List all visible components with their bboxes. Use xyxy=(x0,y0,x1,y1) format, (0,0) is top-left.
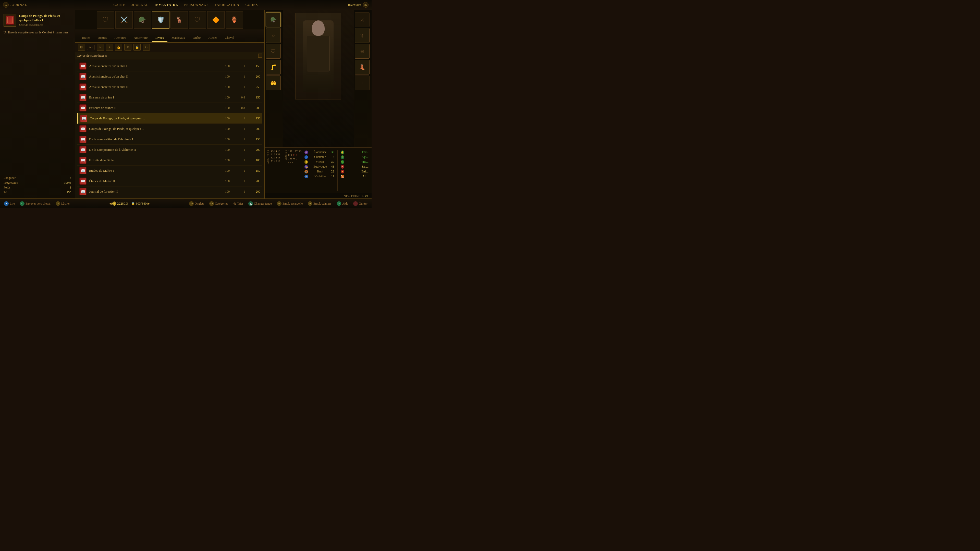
tab-materiaux[interactable]: Matériaux xyxy=(168,34,189,42)
stat-label: Poids xyxy=(3,186,11,189)
list-item[interactable]: Briseurs de crânes II1000.8200 xyxy=(77,103,262,113)
tab-autres[interactable]: Autres xyxy=(205,34,221,42)
equip-slot-hands[interactable]: 🤲 xyxy=(266,76,281,90)
list-item[interactable]: Aussi silencieux qu'un chat III1001250 xyxy=(77,82,262,92)
l2-button[interactable]: L2 xyxy=(3,2,9,8)
bruit-icon: 🔊 xyxy=(304,170,308,173)
armor-row-4: 14 15 15 xyxy=(271,159,280,162)
nav-prev-icon[interactable]: ◀ xyxy=(109,202,111,206)
equip-slot-boots[interactable]: 👢 xyxy=(355,60,369,75)
equip-slot-chest[interactable]: 🛡 xyxy=(266,44,281,59)
equip-slot-mainhand[interactable]: ⚔ xyxy=(355,12,369,27)
slot-active[interactable]: 🛡️ xyxy=(152,11,169,29)
equip-slots-right: ⚔ 🗡 ⊕ 👢 + xyxy=(354,10,372,147)
slot-helmet[interactable]: 🪖 xyxy=(134,11,151,29)
list-item[interactable]: Aussi silencieux qu'un chat I1001150 xyxy=(77,61,262,71)
list-item-icon xyxy=(80,136,86,143)
list-item[interactable]: La forge du Chevalier II1001200 xyxy=(77,197,262,198)
list-item[interactable]: De la composition de l'alchimie I1001150 xyxy=(77,134,262,144)
inventory-list[interactable]: Aussi silencieux qu'un chat I1001150Auss… xyxy=(75,60,264,198)
list-item-name: Aussi silencieux qu'un chat I xyxy=(89,64,215,68)
visibilite-label: Visibilité xyxy=(314,175,326,178)
gold-icon xyxy=(112,202,116,206)
slot-animal[interactable]: 🦌 xyxy=(170,11,188,29)
stat-visibilite: 👁 Visibilité 17 xyxy=(304,174,335,179)
list-item[interactable]: Briseurs de crâne I1000.8150 xyxy=(77,92,262,103)
ali-label: Ali... xyxy=(363,175,369,178)
list-item-val1: 100 xyxy=(217,85,230,89)
list-item[interactable]: De la Composition de l'Alchimie II100120… xyxy=(77,144,262,155)
action-tenue[interactable]: △ Changer tenue xyxy=(248,201,272,206)
filter-icon-heart[interactable]: ♥ xyxy=(124,44,131,51)
slot-shield[interactable]: 🛡 xyxy=(97,11,115,29)
equip-slot-necklace[interactable]: ○ xyxy=(266,28,281,43)
av-15: 15 xyxy=(274,159,277,162)
slot-potion[interactable]: 🏺 xyxy=(226,11,243,29)
slot-gem[interactable]: 🔶 xyxy=(207,11,224,29)
list-item[interactable]: Études du Maître II1001200 xyxy=(77,176,262,186)
action-envoyer[interactable]: □ Envoyer vers cheval xyxy=(20,201,51,206)
action-onglets[interactable]: L/R Onglets xyxy=(189,201,204,206)
action-lacher[interactable]: L1 Lâcher xyxy=(56,201,70,206)
ws-177: 177 xyxy=(293,150,298,153)
list-item-val1: 100 xyxy=(217,127,230,131)
nav-codex[interactable]: CODEX xyxy=(245,3,258,7)
list-item-icon xyxy=(80,104,86,111)
action-ceinture[interactable]: R Empl. ceinture xyxy=(308,201,331,206)
item-description: Un livre de compétences sur le Combat à … xyxy=(3,30,71,35)
nav-fabrication[interactable]: FABRICATION xyxy=(215,3,239,7)
tab-quete[interactable]: Quête xyxy=(189,34,204,42)
equip-slot-head[interactable]: 🪖 xyxy=(266,12,281,27)
action-quitter[interactable]: ○ Quitter xyxy=(353,201,368,206)
tab-armures[interactable]: Armures xyxy=(111,34,130,42)
list-item[interactable]: Coups de Poings, de Pieds, et quelques .… xyxy=(77,124,262,134)
equip-slot-offhand[interactable]: 🗡 xyxy=(355,28,369,43)
list-item[interactable]: Coups de Poings, de Pieds, et quelques .… xyxy=(77,113,262,124)
r2-button[interactable]: R2 xyxy=(363,2,369,8)
list-item[interactable]: Journal de forestier II1001200 xyxy=(77,186,262,197)
filter-icon-strength[interactable]: 💪 xyxy=(115,44,122,51)
nav-carte[interactable]: CARTE xyxy=(114,3,126,7)
stat-ene: ⚡ Éné... xyxy=(340,169,370,174)
nav-inventaire[interactable]: INVENTAIRE xyxy=(155,3,178,7)
equip-slot-ring[interactable]: ⊕ xyxy=(355,44,369,59)
agi-icon: 🏃 xyxy=(341,156,344,159)
tab-armes[interactable]: Armes xyxy=(94,34,110,42)
list-item[interactable]: Études du Maître I1001150 xyxy=(77,165,262,176)
ws-0d: 0 xyxy=(296,157,298,160)
action-escarcelle[interactable]: R Empl. escarcelle xyxy=(277,201,303,206)
action-trier[interactable]: ⊕ Trier xyxy=(233,202,243,206)
tab-livres[interactable]: Livres xyxy=(152,34,167,42)
nav-next-icon[interactable]: ▶ xyxy=(148,202,150,206)
slot-sword[interactable]: ⚔️ xyxy=(115,11,133,29)
bruit-value: 22 xyxy=(331,170,334,173)
tab-cheval[interactable]: Cheval xyxy=(221,34,238,42)
niv-value: 26 xyxy=(365,194,369,197)
filter-icon-lock[interactable]: 🔒 xyxy=(134,44,141,51)
slot-armor[interactable]: 🛡 xyxy=(189,11,206,29)
filter-icon-key[interactable]: 🗝 xyxy=(143,44,150,51)
equip-slot-legs[interactable]: 🦵 xyxy=(266,60,281,75)
list-item[interactable]: Extraits dela Bible1001100 xyxy=(77,155,262,165)
sort-az-button[interactable]: A z xyxy=(87,44,95,50)
action-aide[interactable]: □ Aide xyxy=(337,201,348,206)
armor-label: ARMURES xyxy=(267,150,270,164)
equip-slot-extra[interactable]: + xyxy=(355,76,369,90)
filter-button[interactable]: ⊟ xyxy=(78,44,85,51)
list-item-name: Journal de forestier II xyxy=(89,189,215,194)
tab-toutes[interactable]: Toutes xyxy=(78,34,94,42)
journal-nav-btn[interactable]: Journal xyxy=(10,3,27,7)
collapse-button[interactable] xyxy=(258,54,262,58)
list-item-val3: 200 xyxy=(248,179,260,183)
action-lire[interactable]: ✕ Lire xyxy=(4,201,15,206)
visibilite-icon: 👁 xyxy=(304,175,308,178)
r-escarcelle-icon: R xyxy=(277,201,282,206)
list-item-val2: 1 xyxy=(232,117,245,121)
nav-personnage[interactable]: PERSONNAGE xyxy=(184,3,209,7)
nav-journal[interactable]: JOURNAL xyxy=(131,3,148,7)
action-categories[interactable]: L2 Catégories xyxy=(209,201,228,206)
filter-icon-hash[interactable]: # xyxy=(106,44,113,51)
tab-nourriture[interactable]: Nourriture xyxy=(130,34,151,42)
list-item[interactable]: Aussi silencieux qu'un chat II1001200 xyxy=(77,71,262,82)
filter-icon-helmet[interactable]: ⚔ xyxy=(97,44,104,51)
